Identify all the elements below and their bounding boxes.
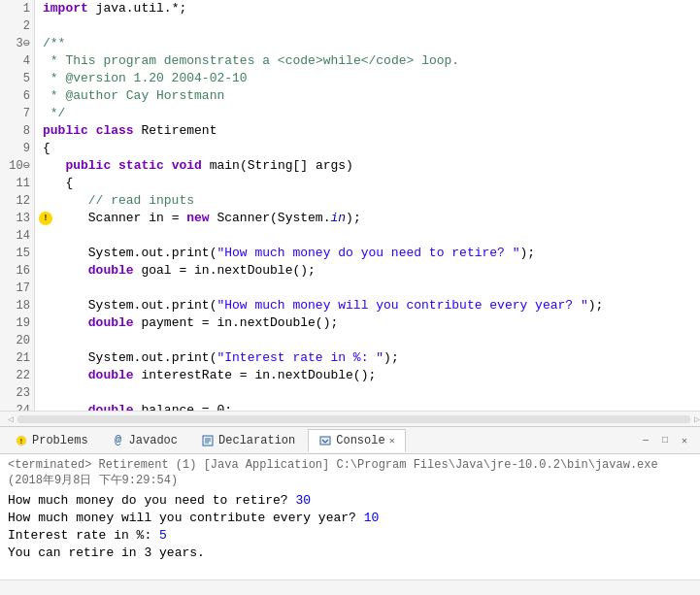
svg-text:!: ! xyxy=(19,437,24,446)
editor-area: 123⊖45678910⊖111213141516171819202122232… xyxy=(0,0,700,427)
code-token: * This program demonstrates a xyxy=(43,52,278,70)
code-token: out xyxy=(141,297,163,314)
code-token: double xyxy=(88,314,134,332)
code-line-12: // read inputs xyxy=(43,192,700,210)
line-number-3: 3⊖ xyxy=(0,35,30,52)
code-token: void xyxy=(172,157,202,175)
code-token: > xyxy=(316,52,323,70)
line-number-4: 4 xyxy=(0,52,30,70)
code-token: out xyxy=(141,245,163,262)
line-number-15: 15 xyxy=(0,245,30,262)
code-token: </ xyxy=(361,52,377,70)
console-input-value: 10 xyxy=(364,511,380,525)
line-number-18: 18 xyxy=(0,297,30,314)
code-token: ); xyxy=(588,297,604,314)
console-content[interactable]: <terminated> Retirement (1) [Java Applic… xyxy=(0,454,700,579)
console-text: How much money will you contribute every… xyxy=(8,511,364,525)
console-text: You can retire in 3 years. xyxy=(8,545,205,560)
code-token xyxy=(111,157,118,175)
line-number-17: 17 xyxy=(0,280,30,297)
line-number-23: 23 xyxy=(0,384,30,402)
code-token: double xyxy=(88,367,134,384)
line-number-7: 7 xyxy=(0,105,30,122)
line-number-24: 24 xyxy=(0,402,30,411)
code-line-11: { xyxy=(43,175,700,192)
code-token: * @version 1.20 2004-02-10 xyxy=(43,70,248,87)
code-token xyxy=(88,122,96,140)
line-number-2: 2 xyxy=(0,17,30,35)
line-number-19: 19 xyxy=(0,314,30,332)
tab-console[interactable]: Console✕ xyxy=(308,429,405,452)
console-header: <terminated> Retirement (1) [Java Applic… xyxy=(8,458,692,488)
code-token: out xyxy=(141,349,163,367)
code-token: System. xyxy=(43,245,141,262)
console-tab-icon xyxy=(318,434,332,447)
code-token xyxy=(43,314,88,332)
console-tab-label: Console xyxy=(336,434,384,447)
warning-icon: ! xyxy=(39,212,52,225)
tab-problems[interactable]: !Problems xyxy=(4,429,99,452)
code-token: static xyxy=(118,157,164,175)
code-token: code xyxy=(376,52,406,70)
code-token: > xyxy=(407,52,415,70)
console-output-line: How much money will you contribute every… xyxy=(8,510,692,527)
code-token: payment = in.nextDouble(); xyxy=(134,314,339,332)
code-token xyxy=(43,367,88,384)
line-number-9: 9 xyxy=(0,140,30,157)
console-output-line: How much money do you need to retire? 30 xyxy=(8,492,692,510)
javadoc-tab-icon: @ xyxy=(112,434,125,447)
code-token: .print( xyxy=(164,349,217,367)
code-token: in xyxy=(149,210,164,227)
problems-tab-icon: ! xyxy=(15,434,28,447)
code-token: * @author Cay Horstmann xyxy=(43,87,224,105)
code-line-20 xyxy=(43,332,700,349)
code-line-8: public class Retirement xyxy=(43,122,700,140)
console-bottom-scrollbar[interactable] xyxy=(0,579,700,595)
line-number-1: 1 xyxy=(0,0,30,17)
code-token xyxy=(43,157,65,175)
code-token: { xyxy=(43,140,50,157)
line-number-16: 16 xyxy=(0,262,30,280)
console-input-value: 5 xyxy=(159,528,167,543)
code-line-15: System.out.print("How much money do you … xyxy=(43,245,700,262)
code-token: { xyxy=(43,175,73,192)
code-token: public xyxy=(43,122,88,140)
code-token: */ xyxy=(43,105,65,122)
code-token: class xyxy=(96,122,134,140)
code-token: code xyxy=(285,52,316,70)
code-line-19: double payment = in.nextDouble(); xyxy=(43,314,700,332)
line-number-20: 20 xyxy=(0,332,30,349)
code-line-3: /** xyxy=(43,35,700,52)
line-number-6: 6 xyxy=(0,87,30,105)
code-token: interestRate = in.nextDouble(); xyxy=(134,367,377,384)
code-content[interactable]: import java.util.*; /** * This program d… xyxy=(35,0,700,411)
code-token: Scanner xyxy=(43,210,149,227)
close-panel-icon[interactable]: ✕ xyxy=(677,433,692,448)
code-token: public xyxy=(65,157,111,175)
maximize-icon[interactable]: □ xyxy=(657,433,673,448)
tab-javadoc[interactable]: @Javadoc xyxy=(101,429,188,452)
line-number-22: 22 xyxy=(0,367,30,384)
code-line-14 xyxy=(43,227,700,245)
code-line-17 xyxy=(43,280,700,297)
code-token: ); xyxy=(383,349,399,367)
code-token: "How much money will you contribute ever… xyxy=(217,297,587,314)
code-line-18: System.out.print("How much money will yo… xyxy=(43,297,700,314)
code-line-16: double goal = in.nextDouble(); xyxy=(43,262,700,280)
tab-declaration[interactable]: Declaration xyxy=(190,429,306,452)
line-number-5: 5 xyxy=(0,70,30,87)
problems-tab-label: Problems xyxy=(32,434,88,447)
tabs-bar: !Problems@JavadocDeclarationConsole✕—□✕ xyxy=(0,427,700,454)
svg-rect-6 xyxy=(320,437,330,445)
horizontal-scrollbar[interactable]: ◁ ▷ xyxy=(0,411,700,426)
code-token: Retirement xyxy=(134,122,217,140)
code-token: balance = 0; xyxy=(134,402,232,411)
minimize-icon[interactable]: — xyxy=(638,433,653,448)
console-tab-close[interactable]: ✕ xyxy=(389,435,395,446)
code-token: while xyxy=(323,52,361,70)
code-line-24: double balance = 0; xyxy=(43,402,700,411)
code-token: new xyxy=(186,210,209,227)
code-token: .print( xyxy=(164,245,217,262)
code-token: ); xyxy=(520,245,536,262)
line-number-8: 8 xyxy=(0,122,30,140)
